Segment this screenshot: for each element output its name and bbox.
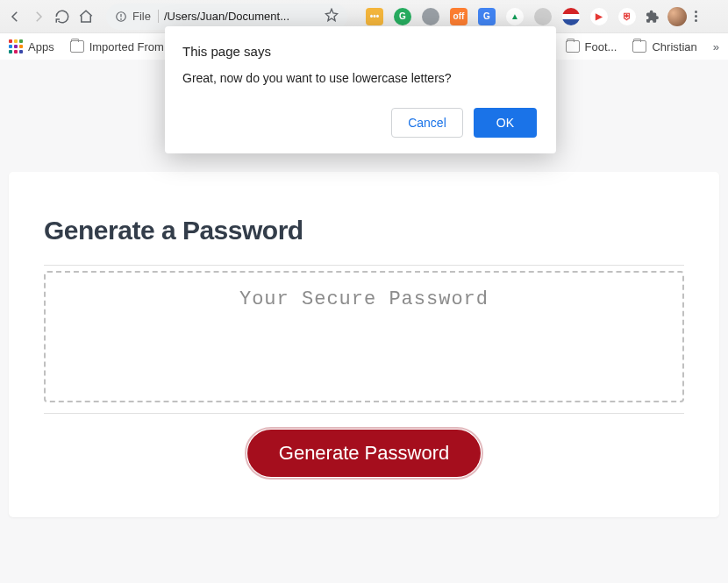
extensions-icon[interactable] <box>644 9 660 25</box>
ext-yellow[interactable]: ••• <box>366 8 383 25</box>
url-path: /Users/Juan/Document... <box>164 10 319 23</box>
bookmark-label: Foot... <box>585 40 617 53</box>
bookmark-label: Imported From F <box>89 40 175 53</box>
ext-red-play[interactable]: ▶ <box>590 8 608 25</box>
ext-translate[interactable]: G <box>478 8 496 25</box>
bookmark-foot[interactable]: Foot... <box>566 40 617 53</box>
address-bar[interactable]: File /Users/Juan/Document... <box>106 4 347 30</box>
bookmark-label: Apps <box>28 40 54 53</box>
cancel-button[interactable]: Cancel <box>391 108 463 138</box>
menu-icon[interactable] <box>695 11 697 22</box>
star-icon[interactable] <box>325 8 339 25</box>
bookmarks-overflow-icon[interactable]: » <box>713 40 719 53</box>
folder-icon <box>70 40 84 53</box>
ext-drive[interactable]: ▲ <box>506 8 524 25</box>
ext-stripes[interactable] <box>562 8 580 25</box>
dialog-message: Great, now do you want to use lowercase … <box>182 71 537 85</box>
divider <box>44 265 684 266</box>
profile-avatar[interactable] <box>667 7 687 26</box>
password-placeholder: Your Secure Password <box>54 288 674 310</box>
dialog-title: This page says <box>182 44 537 59</box>
generate-password-button[interactable]: Generate Password <box>247 430 481 477</box>
svg-point-1 <box>121 18 122 19</box>
extensions-row: •••GoffG▲▶⛨ <box>366 8 636 25</box>
password-card: Generate a Password Your Secure Password… <box>9 172 719 517</box>
confirm-dialog: This page says Great, now do you want to… <box>165 26 556 153</box>
reload-icon[interactable] <box>54 9 70 25</box>
page-body: Generate a Password Your Secure Password… <box>0 172 728 517</box>
apps-icon <box>9 39 23 53</box>
bookmark-apps[interactable]: Apps <box>9 39 54 53</box>
bookmark-christian[interactable]: Christian <box>632 40 696 53</box>
divider <box>44 413 684 414</box>
ext-grey-dot[interactable] <box>534 8 552 25</box>
forward-icon[interactable] <box>31 9 46 25</box>
bookmark-label: Christian <box>652 40 696 53</box>
ok-button[interactable]: OK <box>474 108 537 138</box>
folder-icon <box>632 40 646 53</box>
bookmark-imported[interactable]: Imported From F <box>70 40 175 53</box>
ext-shield[interactable]: ⛨ <box>618 8 636 25</box>
back-icon[interactable] <box>7 9 23 25</box>
ext-off[interactable]: off <box>450 8 467 25</box>
ext-grey-circle[interactable] <box>422 8 439 25</box>
ext-green-circle[interactable]: G <box>394 8 411 25</box>
url-protocol: File <box>115 10 159 23</box>
folder-icon <box>566 40 580 53</box>
password-output-box: Your Secure Password <box>44 271 684 402</box>
page-title: Generate a Password <box>44 216 684 245</box>
home-icon[interactable] <box>78 9 94 25</box>
file-label: File <box>132 10 151 23</box>
